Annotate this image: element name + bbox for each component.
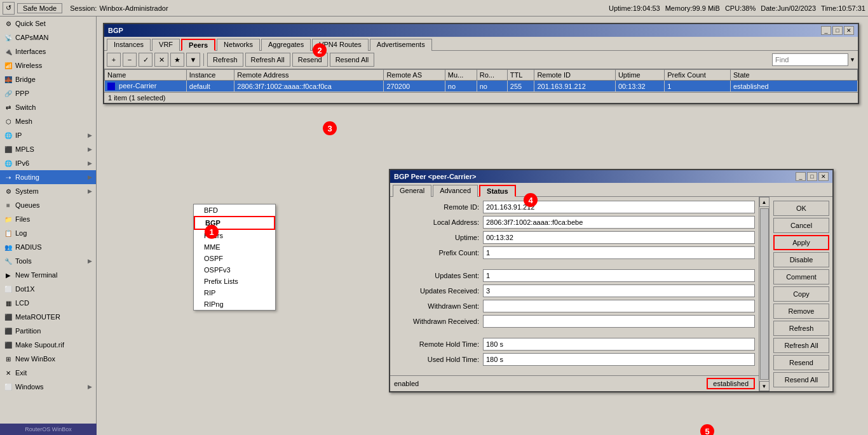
tab-peers[interactable]: Peers: [181, 39, 215, 51]
input-local-address[interactable]: [483, 216, 755, 229]
sidebar-item-log[interactable]: 📋 Log: [0, 226, 96, 240]
col-remote-as[interactable]: Remote AS: [384, 70, 445, 81]
ok-button[interactable]: OK: [773, 201, 829, 216]
menu-item-ospf[interactable]: OSPF: [194, 253, 275, 264]
sidebar-item-mesh[interactable]: ⬡ Mesh: [0, 114, 96, 128]
find-input[interactable]: [772, 53, 848, 66]
input-remote-hold-time[interactable]: [483, 338, 755, 351]
peer-maximize-button[interactable]: □: [807, 172, 817, 181]
menu-item-ospfv3[interactable]: OSPFv3: [194, 264, 275, 276]
input-withdrawn-received[interactable]: [483, 315, 755, 328]
sidebar-item-radius[interactable]: 👥 RADIUS: [0, 240, 96, 254]
sidebar-item-switch[interactable]: ⇄ Switch: [0, 100, 96, 114]
apply-button[interactable]: Apply: [773, 235, 829, 250]
refresh-button[interactable]: Refresh: [773, 321, 829, 336]
sidebar-item-exit[interactable]: ✕ Exit: [0, 366, 96, 380]
add-button[interactable]: +: [107, 53, 121, 67]
sidebar-item-metarouter[interactable]: ⬛ MetaROUTER: [0, 310, 96, 324]
col-state[interactable]: State: [731, 70, 858, 81]
col-instance[interactable]: Instance: [186, 70, 234, 81]
sidebar-item-lcd[interactable]: ▦ LCD: [0, 296, 96, 310]
sidebar-item-bridge[interactable]: 🌉 Bridge: [0, 72, 96, 86]
sidebar-item-quickset[interactable]: ⚙ Quick Set: [0, 17, 96, 30]
refresh-all-button[interactable]: Refresh All: [773, 338, 829, 353]
input-uptime[interactable]: [483, 231, 755, 244]
remove-button[interactable]: Remove: [773, 304, 829, 319]
disable-button[interactable]: Disable: [773, 252, 829, 267]
tab-aggregates[interactable]: Aggregates: [261, 39, 311, 51]
refresh-button[interactable]: Refresh: [207, 53, 243, 67]
scroll-thumb[interactable]: [760, 208, 769, 380]
sidebar-item-files[interactable]: 📁 Files: [0, 212, 96, 226]
sidebar-item-new-winbox[interactable]: ⊞ New WinBox: [0, 352, 96, 366]
resend-all-button[interactable]: Resend All: [773, 372, 829, 387]
menu-item-mme[interactable]: MME: [194, 241, 275, 253]
comment-button[interactable]: Comment: [773, 269, 829, 284]
sidebar-item-ppp[interactable]: 🔗 PPP: [0, 86, 96, 100]
sidebar-item-windows[interactable]: ⬜ Windows ▶: [0, 380, 96, 394]
make-supout-icon: ⬛: [4, 340, 13, 349]
copy-button[interactable]: Copy: [773, 286, 829, 302]
find-dropdown-icon[interactable]: ▼: [850, 57, 855, 63]
sidebar-item-tools[interactable]: 🔧 Tools ▶: [0, 254, 96, 268]
col-uptime[interactable]: Uptime: [615, 70, 664, 81]
peer-minimize-button[interactable]: _: [796, 172, 806, 181]
refresh-all-button[interactable]: Refresh All: [245, 53, 290, 67]
col-remote-address[interactable]: Remote Address: [234, 70, 384, 81]
sidebar-item-mpls[interactable]: ⬛ MPLS ▶: [0, 142, 96, 156]
bgp-close-button[interactable]: ✕: [844, 26, 854, 35]
star-button[interactable]: ★: [170, 53, 184, 67]
bgp-maximize-button[interactable]: □: [832, 26, 843, 35]
refresh-btn[interactable]: ↺: [3, 2, 15, 15]
scroll-up-button[interactable]: ▲: [759, 197, 770, 207]
col-prefix-count[interactable]: Prefix Count: [665, 70, 731, 81]
sidebar-item-ipv6[interactable]: 🌐 IPv6 ▶: [0, 156, 96, 170]
col-mu[interactable]: Mu...: [445, 70, 477, 81]
input-withdrawn-sent[interactable]: [483, 300, 755, 312]
col-remote-id[interactable]: Remote ID: [534, 70, 615, 81]
sidebar-item-capsman[interactable]: 📡 CAPsMAN: [0, 30, 96, 44]
col-ro[interactable]: Ro...: [477, 70, 507, 81]
col-name[interactable]: Name: [105, 70, 187, 81]
input-prefix-count[interactable]: [483, 246, 755, 259]
sidebar-item-new-terminal[interactable]: ▶ New Terminal: [0, 268, 96, 282]
col-ttl[interactable]: TTL: [507, 70, 534, 81]
menu-item-prefix-lists[interactable]: Prefix Lists: [194, 276, 275, 287]
table-row[interactable]: peer-Carrier default 2806:3f7:1002:aaaa:…: [105, 81, 858, 92]
sidebar-item-system[interactable]: ⚙ System ▶: [0, 184, 96, 198]
sidebar-item-partition[interactable]: ⬛ Partition: [0, 324, 96, 338]
windows-arrow-icon: ▶: [88, 384, 92, 390]
form-row-updates-sent: Updates Sent:: [394, 269, 755, 282]
bgp-minimize-button[interactable]: _: [821, 26, 831, 35]
tab-networks[interactable]: Networks: [217, 39, 260, 51]
tab-vrf[interactable]: VRF: [152, 39, 180, 51]
safe-mode-button[interactable]: Safe Mode: [17, 3, 62, 13]
peer-tab-status[interactable]: Status: [479, 185, 516, 197]
scroll-down-button[interactable]: ▼: [759, 381, 770, 391]
tab-instances[interactable]: Instances: [107, 39, 151, 51]
input-updates-received[interactable]: [483, 284, 755, 297]
input-updates-sent[interactable]: [483, 269, 755, 282]
peer-close-button[interactable]: ✕: [818, 172, 829, 181]
peer-tab-advanced[interactable]: Advanced: [433, 185, 478, 197]
sidebar-item-ip[interactable]: 🌐 IP ▶: [0, 128, 96, 142]
cancel-button[interactable]: Cancel: [773, 218, 829, 233]
check-button[interactable]: ✓: [139, 53, 153, 67]
sidebar-item-queues[interactable]: ≡ Queues: [0, 198, 96, 212]
sidebar-item-wireless[interactable]: 📶 Wireless: [0, 58, 96, 72]
menu-item-rip[interactable]: RIP: [194, 287, 275, 298]
sidebar-item-routing[interactable]: ⇢ Routing ▶: [0, 170, 96, 184]
sidebar-item-make-supout[interactable]: ⬛ Make Supout.rif: [0, 338, 96, 352]
remove-button[interactable]: −: [123, 53, 137, 67]
sidebar-item-interfaces[interactable]: 🔌 Interfaces: [0, 44, 96, 58]
cross-button[interactable]: ✕: [154, 53, 168, 67]
menu-item-ripng[interactable]: RIPng: [194, 298, 275, 310]
resend-button[interactable]: Resend: [773, 355, 829, 370]
peer-tab-general[interactable]: General: [393, 185, 431, 197]
sidebar-item-dot1x[interactable]: ⬜ Dot1X: [0, 282, 96, 296]
tab-advertisements[interactable]: Advertisements: [370, 39, 432, 51]
filter-button[interactable]: ▼: [186, 53, 200, 67]
input-used-hold-time[interactable]: [483, 353, 755, 366]
menu-item-bfd[interactable]: BFD: [194, 204, 275, 216]
resend-all-button[interactable]: Resend All: [330, 53, 375, 67]
